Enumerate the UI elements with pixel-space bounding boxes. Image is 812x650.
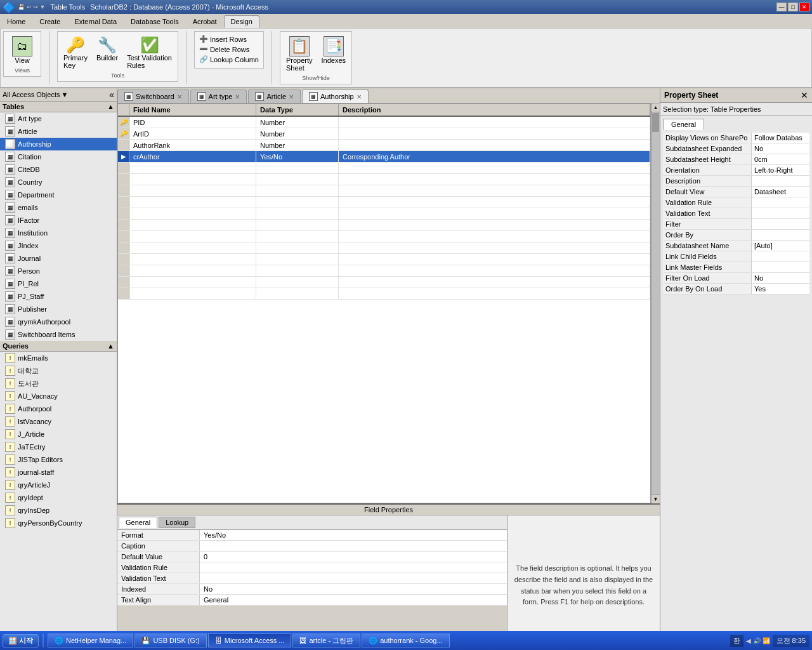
- field-name-cell[interactable]: [129, 231, 256, 242]
- tab-switchboard-close[interactable]: ✕: [177, 93, 182, 100]
- field-name-cell[interactable]: [129, 265, 256, 276]
- field-name-cell[interactable]: [129, 162, 256, 173]
- nav-item-daehak[interactable]: ! 대학교: [0, 364, 117, 377]
- nav-item-qrypersonbycountry[interactable]: ! qryPersonByCountry: [0, 517, 117, 529]
- table-row[interactable]: [118, 231, 650, 242]
- field-name-cell[interactable]: [129, 254, 256, 265]
- nav-item-jindex[interactable]: ▦ JIndex: [0, 239, 117, 252]
- nav-item-country[interactable]: ▦ Country: [0, 176, 117, 189]
- view-button[interactable]: 🗂 View: [9, 34, 36, 66]
- data-type-cell[interactable]: Number: [256, 128, 339, 139]
- fp-value-defaultval[interactable]: 0: [200, 552, 507, 562]
- tab-article[interactable]: ▦ Article ✕: [248, 90, 301, 103]
- panel-toggle-button[interactable]: «: [109, 90, 114, 100]
- tab-authorship-close[interactable]: ✕: [357, 93, 362, 100]
- builder-button[interactable]: 🔧 Builder: [93, 34, 121, 71]
- taskbar-item-access[interactable]: 🗄 Microsoft Access ...: [208, 633, 292, 647]
- fp-value-validtext[interactable]: [200, 573, 507, 583]
- nav-item-article[interactable]: ▦ Article: [0, 125, 117, 138]
- nav-item-jarticle[interactable]: ! J_Article: [0, 428, 117, 441]
- nav-item-qrymkauthorpool[interactable]: ▦ qrymkAuthorpool: [0, 315, 117, 328]
- tab-authorship[interactable]: ▦ Authorship ✕: [302, 90, 369, 103]
- lookup-column-button[interactable]: 🔗 Lookup Column: [197, 55, 261, 64]
- scroll-thumb[interactable]: [652, 113, 659, 132]
- table-row[interactable]: [118, 288, 650, 300]
- description-cell[interactable]: [339, 174, 650, 185]
- tab-dbtools[interactable]: Database Tools: [124, 15, 186, 28]
- nav-item-citedb[interactable]: ▦ CiteDB: [0, 163, 117, 176]
- table-row-selected[interactable]: ▶ crAuthor Yes/No Corresponding Author: [118, 151, 650, 162]
- test-validation-button[interactable]: ✅ Test ValidationRules: [124, 34, 175, 71]
- prop-tab-general[interactable]: General: [663, 119, 704, 130]
- prop-value-description[interactable]: [752, 176, 809, 186]
- taskbar-item-usbdisk[interactable]: 💾 USB DISK (G:): [134, 633, 206, 647]
- description-cell[interactable]: [339, 185, 650, 196]
- nav-item-qryarticlej[interactable]: ! qryArticleJ: [0, 479, 117, 491]
- maximize-button[interactable]: □: [788, 3, 798, 11]
- prop-value-validrule[interactable]: [752, 197, 809, 208]
- field-name-cell[interactable]: [129, 220, 256, 230]
- prop-value-orientation[interactable]: Left-to-Right: [752, 165, 809, 175]
- tab-arttype-close[interactable]: ✕: [235, 93, 240, 100]
- description-cell[interactable]: [339, 242, 650, 253]
- fp-tab-lookup[interactable]: Lookup: [159, 517, 195, 528]
- field-name-cell[interactable]: [129, 242, 256, 253]
- description-cell[interactable]: [339, 277, 650, 288]
- prop-value-linkchild[interactable]: [752, 251, 809, 262]
- prop-value-orderbyonload[interactable]: Yes: [752, 284, 809, 294]
- table-row[interactable]: [118, 277, 650, 288]
- close-button[interactable]: ✕: [799, 3, 809, 11]
- data-type-cell[interactable]: [256, 208, 339, 219]
- prop-value-subdataexpanded[interactable]: No: [752, 143, 809, 154]
- nav-item-mkemails[interactable]: ! mkEmails: [0, 352, 117, 364]
- field-name-cell[interactable]: PID: [129, 117, 256, 128]
- scroll-up-button[interactable]: ▲: [652, 103, 660, 112]
- nav-item-arttype[interactable]: ▦ Art type: [0, 112, 117, 125]
- nav-item-journal[interactable]: ▦ Journal: [0, 252, 117, 265]
- property-sheet-button[interactable]: 📋 PropertySheet: [283, 34, 316, 74]
- nav-item-switchboard[interactable]: ▦ Switchboard Items: [0, 328, 117, 341]
- property-sheet-close-button[interactable]: ✕: [801, 90, 808, 100]
- field-name-cell[interactable]: [129, 288, 256, 299]
- fp-value-validrule[interactable]: [200, 562, 507, 573]
- data-type-cell[interactable]: Number: [256, 117, 339, 128]
- fp-value-indexed[interactable]: No: [200, 584, 507, 594]
- tables-section-header[interactable]: Tables ▲: [0, 102, 117, 112]
- tab-article-close[interactable]: ✕: [289, 93, 294, 100]
- table-row[interactable]: AuthorRank Number: [118, 140, 650, 151]
- fp-value-format[interactable]: Yes/No: [200, 530, 507, 540]
- prop-value-subdataheight[interactable]: 0cm: [752, 154, 809, 164]
- table-row[interactable]: [118, 220, 650, 231]
- taskbar-item-authorrank[interactable]: 🌐 authorrank - Goog...: [362, 633, 449, 647]
- tab-external[interactable]: External Data: [67, 15, 124, 28]
- fp-value-caption[interactable]: [200, 541, 507, 551]
- field-name-cell[interactable]: ArtID: [129, 128, 256, 139]
- table-row[interactable]: [118, 174, 650, 185]
- description-cell[interactable]: [339, 254, 650, 265]
- data-type-cell[interactable]: [256, 277, 339, 288]
- data-type-cell[interactable]: Yes/No: [256, 151, 339, 162]
- fp-tab-general[interactable]: General: [119, 517, 157, 528]
- prop-value-defaultview[interactable]: Datasheet: [752, 187, 809, 197]
- data-type-cell[interactable]: [256, 174, 339, 185]
- nav-item-journal-staff[interactable]: ! journal-staff: [0, 466, 117, 479]
- field-name-cell[interactable]: [129, 277, 256, 288]
- data-type-cell[interactable]: Number: [256, 140, 339, 150]
- description-cell[interactable]: [339, 208, 650, 219]
- indexes-button[interactable]: 📑 Indexes: [318, 34, 350, 74]
- field-name-cell[interactable]: AuthorRank: [129, 140, 256, 150]
- minimize-button[interactable]: —: [776, 3, 787, 11]
- taskbar-item-nethelper[interactable]: 🌐 NetHelper Manag...: [48, 633, 133, 647]
- nav-item-jistap-editors[interactable]: ! JISTap Editors: [0, 453, 117, 466]
- data-type-cell[interactable]: [256, 185, 339, 196]
- field-name-cell[interactable]: crAuthor: [129, 151, 256, 162]
- prop-value-filteronload[interactable]: No: [752, 273, 809, 283]
- nav-item-qryidept[interactable]: ! qryIdept: [0, 491, 117, 504]
- nav-item-doseogan[interactable]: ! 도서관: [0, 377, 117, 390]
- table-row[interactable]: [118, 265, 650, 277]
- grid-vscroll[interactable]: ▲ ▼: [651, 103, 660, 503]
- description-cell[interactable]: [339, 128, 650, 139]
- nav-item-publisher[interactable]: ▦ Publisher: [0, 303, 117, 315]
- description-cell[interactable]: [339, 162, 650, 173]
- all-access-objects-dropdown[interactable]: All Access Objects ▼: [3, 91, 109, 98]
